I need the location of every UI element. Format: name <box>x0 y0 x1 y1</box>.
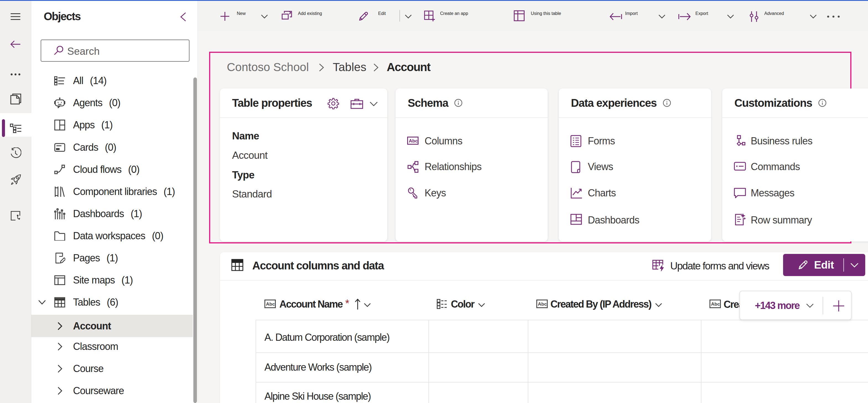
svg-text:Abc: Abc <box>538 302 547 307</box>
svg-text:Abc: Abc <box>266 302 275 307</box>
svg-text:Abc: Abc <box>711 302 720 307</box>
svg-text:Abc: Abc <box>409 138 418 144</box>
